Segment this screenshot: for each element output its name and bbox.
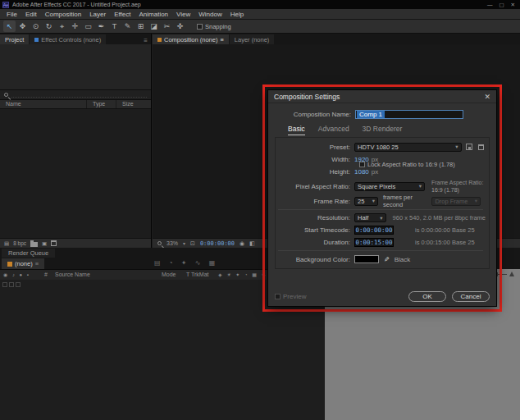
preview-checkbox[interactable] — [275, 294, 281, 299]
pixel-aspect-ratio-select[interactable]: Square Pixels ▾ — [354, 182, 425, 191]
frames-per-second-label: frames per second — [383, 194, 431, 208]
close-window-icon[interactable]: ✕ — [511, 2, 515, 8]
timeline-toggle-icon[interactable] — [16, 282, 21, 287]
eraser-tool-icon[interactable]: ◪ — [148, 21, 160, 32]
menu-view[interactable]: View — [172, 11, 194, 18]
menu-effect[interactable]: Effect — [110, 11, 135, 18]
safe-zones-icon[interactable]: ⊡ — [190, 240, 195, 247]
puppet-pin-tool-icon[interactable]: ✜ — [174, 21, 186, 32]
menu-window[interactable]: Window — [194, 11, 226, 18]
frame-rate-label: Frame Rate: — [276, 198, 354, 205]
menu-file[interactable]: File — [2, 11, 21, 18]
tab-basic[interactable]: Basic — [288, 125, 305, 135]
column-source-name[interactable]: Source Name — [55, 272, 90, 277]
magnification-value[interactable]: 33% — [166, 240, 178, 246]
composition-icon — [7, 262, 12, 267]
search-input[interactable] — [11, 92, 147, 98]
dropdown-arrow-icon: ▾ — [369, 198, 375, 204]
ok-button[interactable]: OK — [408, 291, 446, 302]
pan-behind-tool-icon[interactable]: ✛ — [69, 21, 81, 32]
snapping-label: Snapping — [205, 23, 231, 30]
column-layer-number[interactable]: # — [44, 272, 48, 277]
timeline-toggle-icon[interactable] — [2, 282, 7, 287]
panel-menu-icon[interactable]: ≡ — [35, 260, 39, 267]
background-color-swatch[interactable] — [354, 255, 379, 263]
pen-tool-icon[interactable]: ✒ — [95, 21, 107, 32]
preset-select[interactable]: HDTV 1080 25 ▾ — [354, 143, 462, 152]
search-icon — [4, 93, 8, 97]
tab-composition[interactable]: Composition (none) ≡ — [153, 34, 229, 44]
tab-layer[interactable]: Layer (none) — [230, 34, 275, 44]
menu-edit[interactable]: Edit — [21, 11, 41, 18]
duration-field[interactable]: 0:00:15:00 — [354, 238, 394, 247]
height-field[interactable]: 1080 — [354, 168, 369, 176]
project-bit-depth-button[interactable]: 8 bpc — [13, 240, 26, 246]
menu-composition[interactable]: Composition — [41, 11, 85, 18]
menu-layer[interactable]: Layer — [85, 11, 110, 18]
timeline-toolbar-icons[interactable]: ▤ ◔ ✦ ∿ ▦ — [154, 259, 218, 267]
trash-icon[interactable] — [51, 240, 57, 246]
dropdown-arrow-icon: ▾ — [416, 183, 422, 189]
shape-tool-icon[interactable]: ▭ — [82, 21, 94, 32]
new-folder-icon[interactable] — [30, 242, 38, 247]
resolution-select[interactable]: Half ▾ — [354, 213, 386, 222]
snapshot-icon[interactable]: ◉ — [239, 240, 244, 247]
tab-effect-controls[interactable]: Effect Controls (none) — [30, 34, 106, 44]
lock-aspect-ratio-checkbox[interactable] — [359, 162, 365, 167]
snapping-control[interactable]: Snapping — [197, 23, 231, 30]
panel-menu-icon[interactable]: ≡ — [220, 36, 223, 43]
zoom-in-icon[interactable] — [509, 272, 514, 276]
column-name[interactable]: Name — [0, 100, 87, 108]
clone-stamp-tool-icon[interactable]: ⊞ — [135, 21, 147, 32]
viewer-timecode[interactable]: 0:00:00:00 — [200, 240, 235, 247]
preview-control: Preview — [275, 293, 306, 300]
menu-help[interactable]: Help — [226, 11, 248, 18]
rotation-tool-icon[interactable]: ↻ — [43, 21, 55, 32]
delete-preset-button[interactable] — [477, 143, 486, 152]
start-timecode-field[interactable]: 0:00:00:00 — [354, 226, 394, 235]
column-size[interactable]: Size — [116, 100, 149, 108]
timeline-toggle-icon[interactable] — [9, 282, 14, 287]
magnification-dropdown-icon[interactable]: ▾ — [183, 240, 185, 246]
camera-tool-icon[interactable]: ⌖ — [56, 21, 68, 32]
minimize-icon[interactable]: — — [487, 2, 493, 8]
tool-bar: ↖ ✥ ⊙ ↻ ⌖ ✛ ▭ ✒ T ✎ ⊞ ◪ ✂ ✜ Snapping — [0, 20, 520, 34]
column-mode[interactable]: Mode — [162, 272, 176, 277]
selection-tool-icon[interactable]: ↖ — [3, 21, 16, 32]
channels-icon[interactable]: ◧ — [249, 240, 255, 247]
tab-render-queue[interactable]: Render Queue — [2, 249, 55, 258]
maximize-icon[interactable]: ▢ — [499, 2, 504, 8]
project-item-list[interactable] — [0, 109, 151, 238]
new-composition-icon[interactable]: ▣ — [42, 240, 47, 247]
menu-animation[interactable]: Animation — [135, 11, 172, 18]
column-trkmat[interactable]: T TrkMat — [186, 272, 208, 277]
dropdown-arrow-icon: ▾ — [452, 144, 458, 150]
brush-tool-icon[interactable]: ✎ — [121, 21, 134, 32]
roto-brush-tool-icon[interactable]: ✂ — [161, 21, 173, 32]
resolution-value: Half — [358, 214, 368, 221]
project-panel-footer: ▤ 8 bpc ▣ — [0, 238, 151, 248]
type-tool-icon[interactable]: T — [108, 21, 121, 32]
tab-advanced[interactable]: Advanced — [318, 125, 349, 135]
cancel-button[interactable]: Cancel — [452, 291, 490, 302]
lock-aspect-ratio-control[interactable]: Lock Aspect Ratio to 16:9 (1.78) — [359, 161, 455, 168]
column-type[interactable]: Type — [87, 100, 116, 108]
hand-tool-icon[interactable]: ✥ — [16, 21, 29, 32]
eyedropper-icon[interactable]: ✎ — [384, 256, 390, 263]
dialog-title: Composition Settings — [274, 93, 340, 101]
composition-name-input[interactable]: Comp 1 — [355, 110, 463, 119]
window-controls: — ▢ ✕ — [487, 2, 518, 8]
interpret-footage-icon[interactable]: ▤ — [4, 240, 9, 247]
tab-3d-renderer[interactable]: 3D Renderer — [363, 125, 403, 135]
panel-menu-icon[interactable]: ≡ — [140, 37, 151, 44]
zoom-tool-icon[interactable]: ⊙ — [30, 21, 42, 32]
start-timecode-info: is 0:00:00:00 Base 25 — [415, 226, 475, 234]
save-preset-button[interactable] — [465, 143, 474, 152]
dialog-close-icon[interactable]: ✕ — [484, 93, 490, 101]
start-timecode-label: Start Timecode: — [276, 226, 354, 234]
tab-project[interactable]: Project — [0, 34, 29, 44]
tab-timeline-none[interactable]: (none) ≡ — [2, 258, 44, 269]
frame-rate-select[interactable]: 25 ▾ — [354, 197, 378, 206]
frame-aspect-ratio-label: Frame Aspect Ratio: — [431, 179, 483, 186]
snapping-checkbox[interactable] — [197, 24, 203, 30]
